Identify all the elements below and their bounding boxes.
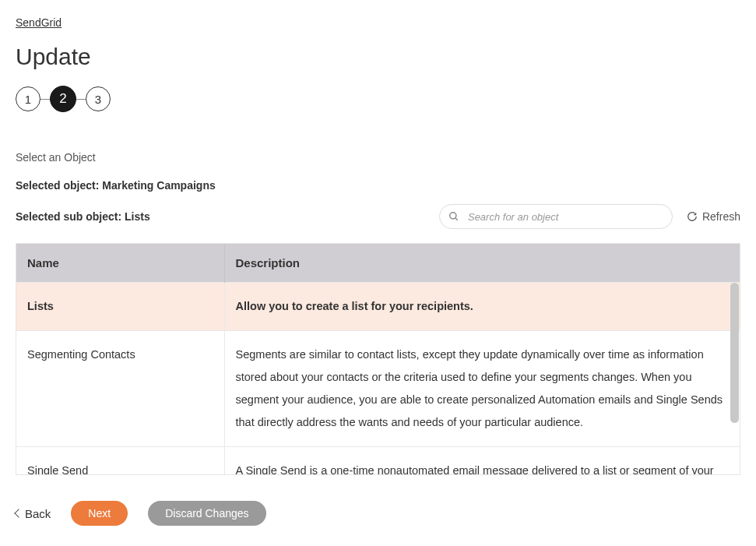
- footer: Back Next Discard Changes: [0, 485, 756, 546]
- discard-button[interactable]: Discard Changes: [148, 501, 265, 526]
- cell-description: A Single Send is a one-time nonautomated…: [224, 447, 740, 475]
- refresh-icon: [687, 211, 698, 222]
- scrollbar-track[interactable]: [730, 283, 740, 474]
- step-connector: [76, 99, 86, 100]
- search-input[interactable]: [439, 204, 673, 229]
- step-2[interactable]: 2: [50, 86, 76, 112]
- cell-description: Segments are similar to contact lists, e…: [224, 331, 740, 447]
- scrollbar-thumb[interactable]: [730, 283, 739, 423]
- chevron-left-icon: [14, 509, 23, 517]
- stepper: 1 2 3: [16, 86, 740, 112]
- step-3[interactable]: 3: [86, 86, 111, 111]
- table-row[interactable]: Lists Allow you to create a list for you…: [16, 283, 740, 331]
- cell-description: Allow you to create a list for your reci…: [224, 283, 740, 331]
- step-connector: [40, 99, 50, 100]
- column-header-name[interactable]: Name: [16, 244, 224, 283]
- cell-name: Lists: [16, 283, 224, 331]
- svg-line-1: [455, 218, 458, 220]
- svg-point-0: [450, 213, 456, 219]
- table-row[interactable]: Single Send A Single Send is a one-time …: [16, 447, 740, 475]
- step-1[interactable]: 1: [16, 86, 40, 111]
- refresh-label: Refresh: [702, 210, 740, 223]
- table-row[interactable]: Segmenting Contacts Segments are similar…: [16, 331, 740, 447]
- column-header-description[interactable]: Description: [224, 244, 740, 283]
- refresh-button[interactable]: Refresh: [687, 210, 740, 223]
- section-label: Select an Object: [16, 151, 740, 164]
- object-table: Name Description Lists Allow you to crea…: [16, 243, 740, 475]
- search-icon: [448, 211, 459, 222]
- page-title: Update: [16, 44, 740, 70]
- selected-object-line: Selected object: Marketing Campaigns: [16, 179, 740, 192]
- selected-sub-object-line: Selected sub object: Lists: [16, 210, 150, 223]
- search-wrap: [439, 204, 673, 229]
- back-button[interactable]: Back: [16, 507, 51, 520]
- breadcrumb-sendgrid[interactable]: SendGrid: [16, 16, 62, 29]
- back-label: Back: [25, 507, 51, 520]
- next-button[interactable]: Next: [71, 501, 128, 526]
- cell-name: Single Send: [16, 447, 224, 475]
- cell-name: Segmenting Contacts: [16, 331, 224, 447]
